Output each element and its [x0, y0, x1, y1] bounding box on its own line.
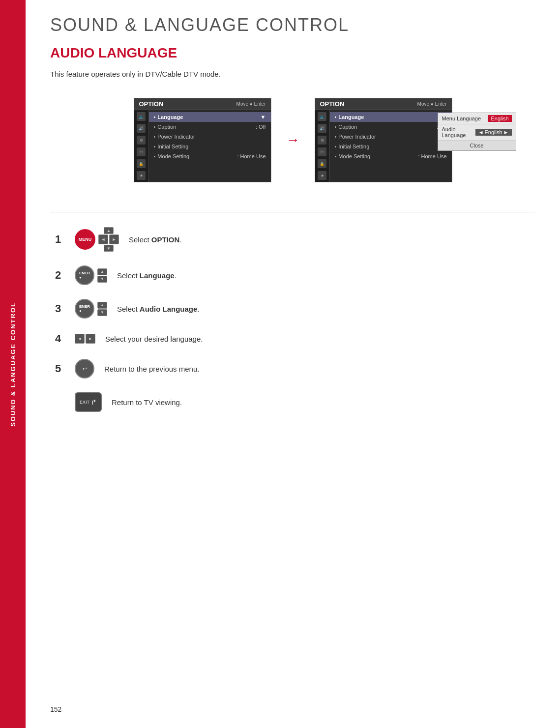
- screen1-item-power: Power Indicator: [149, 132, 271, 142]
- screen1-item-caption: Caption : Off: [149, 122, 271, 132]
- step-4-text: Select your desired language.: [105, 335, 203, 343]
- screen1-icons: 📺 🔊 ⚙ ⏱ 🔒 ★: [134, 110, 149, 182]
- icon-extra: ★: [137, 171, 146, 180]
- arrow-right-4[interactable]: ►: [86, 334, 95, 344]
- screen1-items: Language ▼ Caption : Off Power Indicator…: [149, 110, 271, 182]
- step-6: EXIT ↱ Return to TV viewing.: [55, 392, 535, 412]
- step-5-text: Return to the previous menu.: [104, 365, 199, 373]
- icon2-settings: ⚙: [318, 136, 326, 145]
- screen1-menu: OPTION Move ● Enter 📺 🔊 ⚙ ⏱ 🔒 ★ Language…: [134, 98, 271, 182]
- step-5: 5 ↩ Return to the previous menu.: [55, 359, 535, 379]
- screen2-item-initial: Initial Setting: [330, 142, 452, 151]
- screen1-controls: Move ● Enter: [236, 101, 266, 107]
- arrow-up-3[interactable]: ▲: [97, 302, 107, 309]
- step-6-text: Return to TV viewing.: [112, 398, 182, 407]
- icon-timer: ⏱: [137, 147, 146, 156]
- screen2-menu: OPTION Move ● Enter 📺 🔊 ⚙ ⏱ 🔒 ★ Lang: [315, 98, 452, 182]
- screen1-item-language: Language ▼: [149, 112, 271, 122]
- icon2-timer: ⏱: [318, 147, 326, 156]
- screen2-item-power: Power Indicator: [330, 132, 452, 142]
- screen2-header: OPTION Move ● Enter: [315, 98, 452, 110]
- screen2-title: OPTION: [320, 100, 345, 108]
- screen2-item-language: Language: [330, 112, 452, 122]
- sidebar: SOUND & LANGUAGE CONTROL: [0, 0, 26, 728]
- menu-button[interactable]: MENU: [75, 229, 95, 250]
- step-1-number: 1: [55, 233, 65, 246]
- audio-language-value: ◄ English ►: [475, 129, 512, 136]
- step-3-buttons: ENER● ▲ ▼: [75, 299, 107, 319]
- menu-language-value: English: [488, 115, 511, 122]
- step-1-text: Select OPTION.: [129, 235, 182, 244]
- screen1-item-initial: Initial Setting: [149, 142, 271, 151]
- step-3-text: Select Audio Language.: [117, 305, 200, 313]
- icon-tv: 📺: [137, 112, 146, 121]
- step-4: 4 ◄ ► Select your desired language.: [55, 332, 535, 345]
- steps-section: 1 MENU ▲ ◄ ► ▼ Select OPTION. 2: [50, 227, 535, 412]
- icon2-extra: ★: [318, 171, 326, 180]
- step-2-buttons: ENER● ▲ ▼: [75, 265, 107, 285]
- screen2-controls: Move ● Enter: [417, 101, 447, 107]
- icon-lock: 🔒: [137, 159, 146, 168]
- language-popup: Menu Language English Audio Language ◄ E…: [438, 113, 516, 151]
- arrow-right-1[interactable]: ►: [109, 234, 119, 244]
- back-button[interactable]: ↩: [75, 359, 94, 379]
- main-content: SOUND & LANGUAGE CONTROL AUDIO LANGUAGE …: [26, 0, 560, 437]
- step-5-number: 5: [55, 362, 65, 375]
- menu-language-label: Menu Language: [442, 116, 481, 121]
- screen1-item-mode: Mode Setting : Home Use: [149, 151, 271, 161]
- step-4-number: 4: [55, 332, 65, 345]
- exit-button[interactable]: EXIT ↱: [75, 392, 102, 412]
- section-title: AUDIO LANGUAGE: [50, 45, 535, 61]
- screen2-wrapper: OPTION Move ● Enter 📺 🔊 ⚙ ⏱ 🔒 ★ Lang: [315, 98, 452, 182]
- screen1-title: OPTION: [139, 100, 164, 108]
- icon2-lock: 🔒: [318, 159, 326, 168]
- screen2-items: Language Caption : Off Power Indicator I…: [330, 110, 452, 182]
- page-number: 152: [26, 700, 86, 718]
- step-3-number: 3: [55, 302, 65, 315]
- lr-nav-4: ◄ ►: [75, 334, 95, 344]
- nav-updown-1: ▲ ◄ ► ▼: [98, 227, 119, 252]
- ener-button-3[interactable]: ENER●: [75, 299, 94, 319]
- screen1-header: OPTION Move ● Enter: [134, 98, 271, 110]
- step-6-buttons: EXIT ↱: [75, 392, 102, 412]
- nav-updown-2: ▲ ▼: [97, 268, 107, 283]
- audio-language-row: Audio Language ◄ English ►: [438, 124, 516, 141]
- arrow-up-1[interactable]: ▲: [104, 227, 114, 234]
- menu-language-row: Menu Language English: [438, 113, 516, 124]
- step-5-buttons: ↩: [75, 359, 94, 379]
- step-2-number: 2: [55, 269, 65, 282]
- sidebar-label: SOUND & LANGUAGE CONTROL: [9, 302, 17, 427]
- arrow-down-1[interactable]: ▼: [104, 245, 114, 252]
- screen2-icons: 📺 🔊 ⚙ ⏱ 🔒 ★: [315, 110, 330, 182]
- arrow-down-3[interactable]: ▼: [97, 309, 107, 316]
- audio-language-label: Audio Language: [442, 126, 475, 138]
- arrow-left-4[interactable]: ◄: [75, 334, 85, 344]
- step-4-buttons: ◄ ►: [75, 334, 95, 344]
- step-1: 1 MENU ▲ ◄ ► ▼ Select OPTION.: [55, 227, 535, 252]
- close-button[interactable]: Close: [438, 141, 516, 150]
- icon2-sound: 🔊: [318, 124, 326, 133]
- page-header: SOUND & LANGUAGE CONTROL: [50, 15, 535, 35]
- step-2-text: Select Language.: [117, 271, 177, 280]
- screen1-body: 📺 🔊 ⚙ ⏱ 🔒 ★ Language ▼ Caption : Off: [134, 110, 271, 182]
- lr-nav-1: ◄ ►: [98, 234, 119, 244]
- screen2-body: 📺 🔊 ⚙ ⏱ 🔒 ★ Language Caption : Off: [315, 110, 452, 182]
- step-3: 3 ENER● ▲ ▼ Select Audio Language.: [55, 299, 535, 319]
- nav-updown-3: ▲ ▼: [97, 302, 107, 316]
- arrow-down-2[interactable]: ▼: [97, 276, 107, 283]
- transition-arrow: →: [286, 132, 300, 148]
- icon-sound: 🔊: [137, 124, 146, 133]
- screen2-item-mode: Mode Setting : Home Use: [330, 151, 452, 161]
- description-text: This feature operates only in DTV/Cable …: [50, 70, 535, 78]
- step-1-buttons: MENU ▲ ◄ ► ▼: [75, 227, 119, 252]
- section-divider: [50, 212, 535, 212]
- screenshots-row: OPTION Move ● Enter 📺 🔊 ⚙ ⏱ 🔒 ★ Language…: [50, 98, 535, 182]
- arrow-up-2[interactable]: ▲: [97, 268, 107, 275]
- ener-button-2[interactable]: ENER●: [75, 265, 94, 285]
- step-2: 2 ENER● ▲ ▼ Select Language.: [55, 265, 535, 285]
- icon2-tv: 📺: [318, 112, 326, 121]
- screen2-item-caption: Caption : Off: [330, 122, 452, 132]
- icon-settings: ⚙: [137, 136, 146, 145]
- arrow-left-1[interactable]: ◄: [98, 234, 108, 244]
